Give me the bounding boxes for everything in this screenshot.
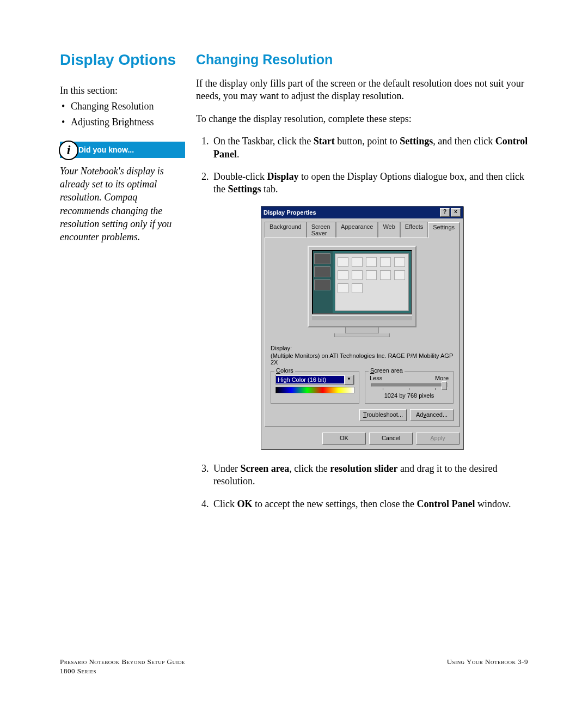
advanced-button[interactable]: Advanced... <box>410 409 454 421</box>
more-label: More <box>435 375 449 381</box>
tab-effects[interactable]: Effects <box>400 222 428 238</box>
screen-area-legend: Screen area <box>369 367 405 374</box>
info-icon: i <box>59 141 78 160</box>
slider-thumb[interactable] <box>442 381 447 390</box>
tab-background[interactable]: Background <box>265 222 307 238</box>
steps-list: On the Taskbar, click the Start button, … <box>196 135 528 196</box>
resolution-text: 1024 by 768 pixels <box>370 392 449 399</box>
page-footer: Presario Notebook Beyond Setup Guide 180… <box>60 658 528 676</box>
screen-area-group: Screen area Less More 1024 by 768 pixels <box>365 371 454 404</box>
step-4: Click OK to accept the new settings, the… <box>211 498 528 510</box>
troubleshoot-button[interactable]: Troubleshoot... <box>359 409 407 421</box>
monitor-preview <box>308 246 416 337</box>
ok-button[interactable]: OK <box>322 433 366 445</box>
step-2: Double-click Display to open the Display… <box>211 171 528 196</box>
help-button[interactable]: ? <box>440 208 450 217</box>
subsection-title: Changing Resolution <box>196 52 528 68</box>
tab-settings[interactable]: Settings <box>428 222 460 238</box>
footer-guide-title: Presario Notebook Beyond Setup Guide <box>60 658 185 667</box>
cancel-button[interactable]: Cancel <box>369 433 413 445</box>
toc-item: Adjusting Brightness <box>60 117 185 128</box>
steps-list-cont: Under Screen area, click the resolution … <box>196 462 528 510</box>
display-description: (Multiple Monitors) on ATI Technologies … <box>271 352 454 366</box>
apply-button[interactable]: Apply <box>416 433 460 445</box>
tab-screensaver[interactable]: Screen Saver <box>307 222 336 238</box>
step-1: On the Taskbar, click the Start button, … <box>211 135 528 161</box>
colors-legend: Colors <box>274 367 295 374</box>
did-you-know-header: i Did you know... <box>60 142 185 158</box>
colors-value: High Color (16 bit) <box>276 376 344 384</box>
tab-appearance[interactable]: Appearance <box>336 222 378 238</box>
dropdown-arrow-icon[interactable]: ▼ <box>344 375 354 385</box>
display-properties-dialog: Display Properties ? × Background Screen… <box>261 206 463 449</box>
step-3: Under Screen area, click the resolution … <box>211 462 528 488</box>
less-label: Less <box>370 375 382 381</box>
did-you-know-label: Did you know... <box>78 145 134 154</box>
dialog-titlebar: Display Properties ? × <box>261 206 463 218</box>
colors-dropdown[interactable]: High Color (16 bit) ▼ <box>275 375 354 385</box>
lead-in-paragraph: To change the display resolution, comple… <box>196 113 528 125</box>
colors-group: Colors High Color (16 bit) ▼ <box>271 371 359 404</box>
resolution-slider[interactable] <box>371 384 448 387</box>
tab-bar: Background Screen Saver Appearance Web E… <box>261 218 463 238</box>
footer-series: 1800 Series <box>60 667 185 676</box>
display-label: Display: <box>271 345 454 351</box>
close-button[interactable]: × <box>451 208 461 217</box>
intro-paragraph: If the display only fills part of the sc… <box>196 77 528 103</box>
tip-text: Your Notebook's display is already set t… <box>60 165 185 244</box>
dialog-title: Display Properties <box>264 209 316 216</box>
color-preview-bar <box>275 387 354 393</box>
tab-web[interactable]: Web <box>378 222 400 238</box>
in-this-section: In this section: <box>60 85 185 96</box>
settings-panel: Display: (Multiple Monitors) on ATI Tech… <box>265 238 460 427</box>
footer-chapter-page: Using Your Notebook 3-9 <box>447 658 528 676</box>
section-toc: Changing Resolution Adjusting Brightness <box>60 101 185 128</box>
section-title: Display Options <box>60 52 185 69</box>
toc-item: Changing Resolution <box>60 101 185 112</box>
